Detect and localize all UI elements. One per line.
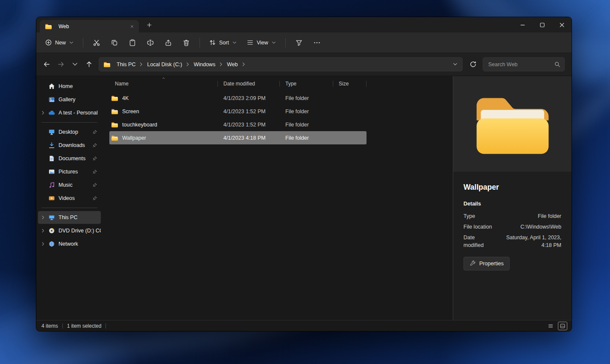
address-dropdown-button[interactable] (449, 59, 460, 70)
sidebar-item-videos[interactable]: Videos (38, 192, 101, 205)
file-row-touchkeyboard[interactable]: touchkeyboard 4/1/2023 1:52 PM File fold… (109, 118, 367, 131)
chevron-right-icon (185, 62, 191, 67)
new-tab-button[interactable] (143, 19, 155, 31)
minimize-icon (519, 21, 526, 29)
folder-icon (103, 62, 111, 68)
sidebar-item-a-test-personal[interactable]: A test - Personal (38, 106, 101, 119)
window-controls (513, 17, 572, 32)
back-button[interactable] (40, 57, 54, 71)
documents-icon (48, 155, 55, 162)
thumbnail-view-icon (560, 323, 566, 329)
chevron-right-icon (218, 62, 224, 67)
up-button[interactable] (82, 57, 96, 71)
file-row-wallpaper[interactable]: Wallpaper 4/1/2023 4:18 PM File folder (109, 131, 367, 144)
folder-icon (111, 109, 118, 114)
refresh-icon (469, 61, 477, 68)
search-box (483, 57, 565, 71)
sort-button-label: Sort (219, 40, 229, 46)
forward-button[interactable] (54, 57, 68, 71)
sidebar-item-downloads[interactable]: Downloads (38, 139, 101, 152)
pin-icon (92, 156, 97, 161)
folder-icon (111, 122, 118, 128)
chevron-right-icon (41, 110, 46, 115)
maximize-button[interactable] (532, 17, 552, 32)
file-row-screen[interactable]: Screen 4/1/2023 1:52 PM File folder (109, 105, 367, 118)
file-row-4k[interactable]: 4K 4/1/2023 2:09 PM File folder (109, 91, 367, 105)
pin-icon (92, 143, 97, 148)
breadcrumb-web[interactable]: Web (224, 60, 240, 69)
sidebar-item-pictures[interactable]: Pictures (38, 165, 101, 178)
column-header-date-modified[interactable]: Date modified (218, 78, 280, 89)
tab-close-button[interactable] (128, 22, 136, 31)
sidebar-item-desktop[interactable]: Desktop (38, 126, 101, 138)
share-button[interactable] (160, 35, 177, 50)
new-item-icon (45, 39, 52, 46)
column-header-name[interactable]: Name (109, 78, 218, 89)
sidebar-item-documents[interactable]: Documents (38, 152, 101, 165)
address-bar[interactable]: This PC Local Disk (C:) Windows Web (99, 57, 463, 71)
tab-label: Web (59, 23, 69, 29)
status-divider (106, 323, 106, 329)
tab-web[interactable]: Web (40, 20, 139, 32)
chevron-right-icon (41, 215, 46, 220)
sidebar-item-gallery[interactable]: Gallery (38, 93, 101, 106)
sidebar-divider (41, 122, 97, 123)
recent-locations-button[interactable] (68, 57, 82, 71)
delete-button[interactable] (178, 35, 195, 50)
maximize-icon (539, 21, 546, 29)
sidebar-item-music[interactable]: Music (38, 179, 101, 191)
arrow-up-icon (85, 61, 93, 68)
chevron-right-icon (241, 62, 246, 67)
breadcrumb-local-disk-c[interactable]: Local Disk (C:) (144, 60, 185, 69)
chevron-right-icon (41, 228, 46, 233)
gallery-icon (48, 96, 55, 103)
navigation-pane: Home Gallery A test - Personal Desktop (36, 76, 103, 320)
icons-view-toggle[interactable] (558, 322, 567, 330)
toolbar-divider (199, 38, 200, 47)
view-button-label: View (257, 40, 268, 46)
items-count: 4 items (41, 323, 58, 329)
paste-button[interactable] (124, 35, 141, 50)
column-header-type[interactable]: Type (280, 78, 333, 89)
close-button[interactable] (552, 17, 572, 32)
this-pc-icon (48, 214, 55, 221)
column-header-size[interactable]: Size (333, 78, 367, 89)
filter-button[interactable] (290, 35, 308, 50)
desktop-wallpaper: Web New (0, 0, 610, 364)
view-icon (246, 39, 254, 46)
rename-icon (147, 39, 154, 47)
folder-icon (45, 23, 52, 29)
network-icon (48, 241, 55, 247)
refresh-button[interactable] (466, 57, 480, 71)
music-icon (48, 182, 55, 188)
sidebar-item-home[interactable]: Home (38, 80, 101, 93)
cut-button[interactable] (88, 35, 105, 50)
chevron-down-icon (232, 40, 237, 45)
sidebar-item-network[interactable]: Network (38, 238, 101, 250)
scissors-icon (93, 39, 100, 47)
breadcrumb-windows[interactable]: Windows (191, 60, 218, 69)
sidebar-item-dvd-drive[interactable]: DVD Drive (D:) CCC (38, 224, 101, 237)
pictures-icon (48, 168, 55, 175)
sidebar-item-this-pc[interactable]: This PC (38, 211, 101, 224)
copy-button[interactable] (106, 35, 123, 50)
copy-icon (111, 39, 118, 47)
properties-button[interactable]: Properties (463, 257, 510, 270)
selection-count: 1 item selected (67, 323, 102, 329)
minimize-button[interactable] (513, 17, 532, 32)
details-view-toggle[interactable] (546, 322, 555, 330)
sort-button[interactable]: Sort (205, 35, 241, 50)
pin-icon (92, 169, 97, 174)
titlebar[interactable]: Web (36, 17, 572, 32)
breadcrumb-this-pc[interactable]: This PC (114, 60, 138, 69)
more-options-button[interactable] (308, 35, 326, 50)
view-button[interactable]: View (242, 35, 281, 50)
chevron-down-icon (69, 40, 74, 45)
rename-button[interactable] (142, 35, 159, 50)
search-icon (554, 61, 560, 68)
new-button[interactable]: New (41, 35, 78, 50)
search-input[interactable] (488, 62, 554, 68)
chevron-right-icon (41, 241, 46, 247)
pin-icon (92, 129, 97, 135)
sort-icon (209, 39, 216, 46)
